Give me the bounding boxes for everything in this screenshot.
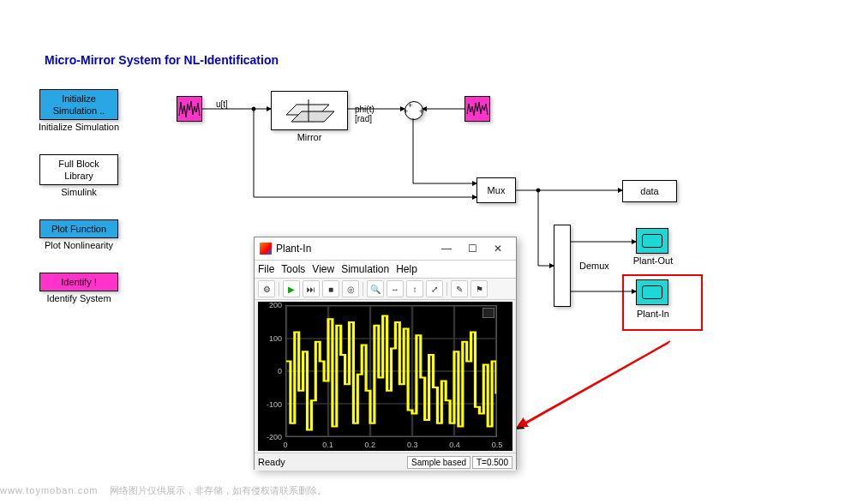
block-mux[interactable]: Mux (476, 177, 516, 203)
toolbar-settings-icon[interactable]: ⚙ (258, 280, 275, 297)
block-plantin-scope[interactable] (636, 279, 668, 305)
block-library[interactable]: Full Block Library (39, 154, 118, 185)
block-data[interactable]: data (622, 180, 677, 202)
caption-demux: Demux (579, 261, 609, 271)
watermark: www.toymoban.com (0, 485, 98, 495)
plot-svg (286, 306, 496, 436)
minimize-button[interactable]: — (434, 240, 459, 257)
waveform-icon (466, 99, 488, 119)
page-title: Micro-Mirror System for NL-Identificatio… (45, 53, 279, 67)
menu-simulation[interactable]: Simulation (341, 263, 389, 275)
toolbar-autoscale-icon[interactable]: ⤢ (426, 280, 443, 297)
waveform-icon (178, 99, 201, 119)
scope-window[interactable]: Plant-In — ☐ ✕ File Tools View Simulatio… (254, 237, 517, 470)
caption-library: Simulink (34, 187, 123, 197)
signal-u: u[t] (216, 99, 228, 109)
toolbar-zoomin-icon[interactable]: 🔍 (367, 280, 384, 297)
block-mirror[interactable] (271, 91, 348, 130)
svg-line-9 (518, 341, 670, 427)
block-random-source[interactable] (177, 96, 202, 122)
toolbar-stop-icon[interactable]: ■ (322, 280, 339, 297)
toolbar-zoomx-icon[interactable]: ↔ (387, 280, 404, 297)
block-plantout-scope[interactable] (636, 228, 668, 254)
toolbar-zoomy-icon[interactable]: ↕ (406, 280, 423, 297)
caption-plantin: Plant-In (622, 309, 684, 319)
block-plotfcn[interactable]: Plot Function (39, 219, 118, 238)
footer-note: 网络图片仅供展示，非存储，如有侵权请联系删除。 (110, 485, 327, 495)
mirror-icon (279, 96, 339, 125)
toolbar-step-icon[interactable]: ⏭ (303, 280, 320, 297)
caption-identify: Identify System (34, 293, 123, 303)
caption-plantout: Plant-Out (622, 255, 684, 266)
scope-menubar[interactable]: File Tools View Simulation Help (255, 261, 516, 279)
scope-plot: -200-100010020000.10.20.30.40.5 (258, 302, 512, 451)
block-identify[interactable]: Identify ! (39, 273, 118, 291)
block-noise[interactable] (464, 96, 490, 122)
menu-help[interactable]: Help (396, 263, 417, 275)
caption-initialize: Initialize Simulation (34, 122, 123, 132)
plot-axes (285, 305, 497, 437)
maximize-button[interactable]: ☐ (459, 240, 485, 257)
scope-statusbar: Ready Sample based T=0.500 (255, 453, 516, 471)
caption-mirror: Mirror (271, 132, 348, 142)
scope-toolbar[interactable]: ⚙ ▶ ⏭ ■ ◎ 🔍 ↔ ↕ ⤢ ✎ ⚑ (255, 279, 516, 300)
caption-plotfcn: Plot Nonlinearity (34, 240, 123, 250)
plot-legend-icon[interactable] (482, 308, 494, 318)
block-initialize[interactable]: Initialize Simulation .. (39, 89, 118, 120)
menu-view[interactable]: View (312, 263, 334, 275)
block-sum[interactable]: + + + (405, 101, 423, 120)
svg-line-8 (517, 343, 668, 429)
toolbar-triggers-icon[interactable]: ⚑ (470, 280, 488, 297)
menu-file[interactable]: File (258, 263, 274, 275)
footer: www.toymoban.com 网络图片仅供展示，非存储，如有侵权请联系删除。 (0, 484, 327, 497)
toolbar-highlight-icon[interactable]: ◎ (342, 280, 359, 297)
scope-title: Plant-In (276, 243, 434, 255)
svg-point-6 (252, 107, 255, 111)
status-ready: Ready (258, 457, 405, 467)
toolbar-run-icon[interactable]: ▶ (283, 280, 300, 297)
signal-phi: phi(t) [rad] (355, 105, 375, 123)
status-mode: Sample based (407, 456, 470, 469)
status-time: T=0.500 (472, 456, 512, 469)
menu-tools[interactable]: Tools (281, 263, 305, 275)
scope-titlebar[interactable]: Plant-In — ☐ ✕ (255, 237, 516, 261)
svg-point-7 (536, 189, 540, 192)
matlab-icon (260, 243, 272, 255)
block-demux[interactable] (554, 225, 571, 307)
close-button[interactable]: ✕ (485, 240, 511, 257)
toolbar-measure-icon[interactable]: ✎ (451, 280, 468, 297)
